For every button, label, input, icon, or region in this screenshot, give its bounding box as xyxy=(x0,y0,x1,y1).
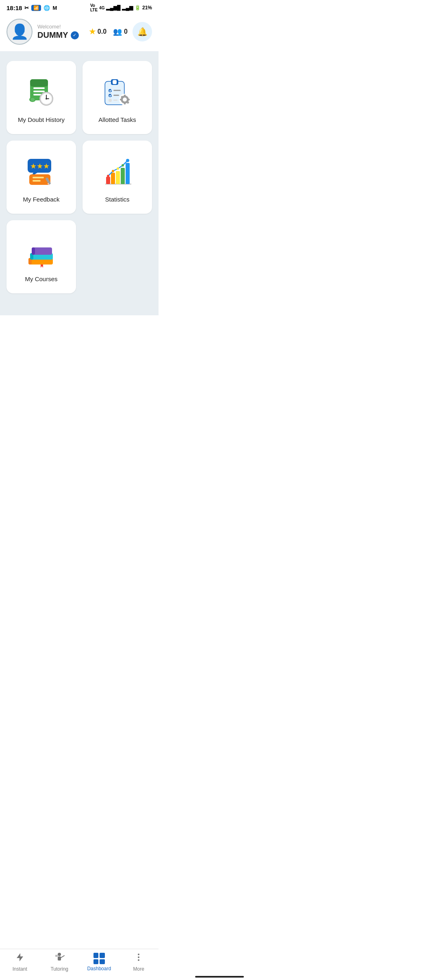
statistics-icon-area xyxy=(99,154,136,190)
svg-point-24 xyxy=(123,98,127,102)
svg-point-6 xyxy=(30,98,35,101)
card-row-1: My Doubt History xyxy=(7,61,152,134)
card-row-2: ★ ★ ★ My Feedback xyxy=(7,141,152,214)
svg-point-11 xyxy=(46,98,47,100)
svg-point-47 xyxy=(107,175,109,177)
statistics-icon xyxy=(101,156,134,188)
svg-point-51 xyxy=(126,159,129,162)
svg-rect-15 xyxy=(113,80,117,84)
rating-value: 0.0 xyxy=(98,28,106,35)
svg-rect-45 xyxy=(121,168,125,184)
svg-rect-46 xyxy=(126,163,130,184)
allotted-tasks-icon-area xyxy=(99,74,136,111)
battery-icon: 🔋 xyxy=(135,5,141,11)
avatar[interactable]: 👤 xyxy=(7,19,33,45)
notification-button[interactable]: 🔔 xyxy=(133,22,152,41)
network-bars: ▂▄▆█ xyxy=(106,5,120,11)
svg-rect-26 xyxy=(124,102,126,104)
signal-icon: 📶 xyxy=(31,5,41,11)
svg-rect-28 xyxy=(128,99,130,100)
svg-rect-19 xyxy=(113,95,119,96)
svg-rect-37 xyxy=(33,177,44,178)
svg-rect-42 xyxy=(106,177,110,184)
svg-rect-38 xyxy=(33,180,41,182)
stats-row: ★ 0.0 👥 0 xyxy=(89,27,128,36)
card-my-feedback[interactable]: ★ ★ ★ My Feedback xyxy=(7,141,76,214)
globe-icon: 🌐 xyxy=(43,5,50,11)
svg-point-50 xyxy=(122,164,124,167)
svg-rect-21 xyxy=(113,100,117,101)
card-row-3: My Courses xyxy=(7,220,152,293)
allotted-tasks-label: Allotted Tasks xyxy=(98,116,136,123)
people-icon: 👥 xyxy=(113,27,122,36)
battery-percent: 21% xyxy=(142,5,152,11)
statistics-label: Statistics xyxy=(105,196,129,203)
svg-rect-4 xyxy=(33,94,41,95)
svg-rect-17 xyxy=(113,90,121,91)
svg-rect-43 xyxy=(111,173,115,184)
verified-badge: ✓ xyxy=(71,31,79,39)
svg-rect-27 xyxy=(120,99,122,100)
my-courses-icon xyxy=(25,235,58,268)
svg-rect-1 xyxy=(30,79,48,87)
connections-stat: 👥 0 xyxy=(113,27,128,36)
svg-text:★: ★ xyxy=(37,162,43,170)
my-feedback-label: My Feedback xyxy=(23,196,59,203)
svg-rect-25 xyxy=(124,95,126,97)
card-statistics[interactable]: Statistics xyxy=(83,141,152,214)
svg-text:★: ★ xyxy=(30,162,37,170)
svg-point-20 xyxy=(109,99,112,102)
connections-value: 0 xyxy=(124,28,128,35)
bell-icon: 🔔 xyxy=(137,27,148,37)
header: 👤 Welcome! DUMMY ✓ ★ 0.0 👥 0 🔔 xyxy=(0,14,159,51)
doubt-history-label: My Doubt History xyxy=(18,116,65,123)
svg-rect-57 xyxy=(32,247,35,255)
volte-icon: VoLTE xyxy=(90,3,98,12)
status-bar: 18:18 ✂ 📶 🌐 M VoLTE 4G ▂▄▆█ ▂▄▆ 🔋 21% xyxy=(0,0,159,14)
doubt-history-icon xyxy=(25,76,58,108)
username: DUMMY xyxy=(37,30,68,40)
mail-icon: M xyxy=(52,5,57,11)
card-doubt-history[interactable]: My Doubt History xyxy=(7,61,76,134)
card-my-courses[interactable]: My Courses xyxy=(7,220,76,293)
my-feedback-icon: ★ ★ ★ xyxy=(25,156,58,188)
my-feedback-icon-area: ★ ★ ★ xyxy=(23,154,60,190)
my-courses-icon-area xyxy=(23,233,60,270)
doubt-history-icon-area xyxy=(23,74,60,111)
rating-stat: ★ 0.0 xyxy=(89,27,106,36)
avatar-icon: 👤 xyxy=(11,23,29,40)
svg-rect-2 xyxy=(33,87,45,89)
svg-rect-44 xyxy=(116,171,120,184)
wifi-bars: ▂▄▆ xyxy=(122,5,133,11)
allotted-tasks-icon xyxy=(101,76,134,108)
svg-marker-58 xyxy=(41,265,43,268)
welcome-text: Welcome! xyxy=(37,24,84,30)
svg-point-49 xyxy=(117,167,119,170)
status-time: 18:18 xyxy=(7,4,22,11)
svg-text:★: ★ xyxy=(43,162,50,170)
user-info: Welcome! DUMMY ✓ xyxy=(37,24,84,40)
4g-icon: 4G xyxy=(99,6,104,10)
svg-rect-3 xyxy=(33,91,45,92)
main-content: My Doubt History xyxy=(0,51,159,315)
my-courses-label: My Courses xyxy=(25,275,57,282)
call-icon: ✂ xyxy=(24,5,29,11)
svg-point-48 xyxy=(112,170,114,172)
star-icon: ★ xyxy=(89,27,96,36)
card-allotted-tasks[interactable]: Allotted Tasks xyxy=(83,61,152,134)
